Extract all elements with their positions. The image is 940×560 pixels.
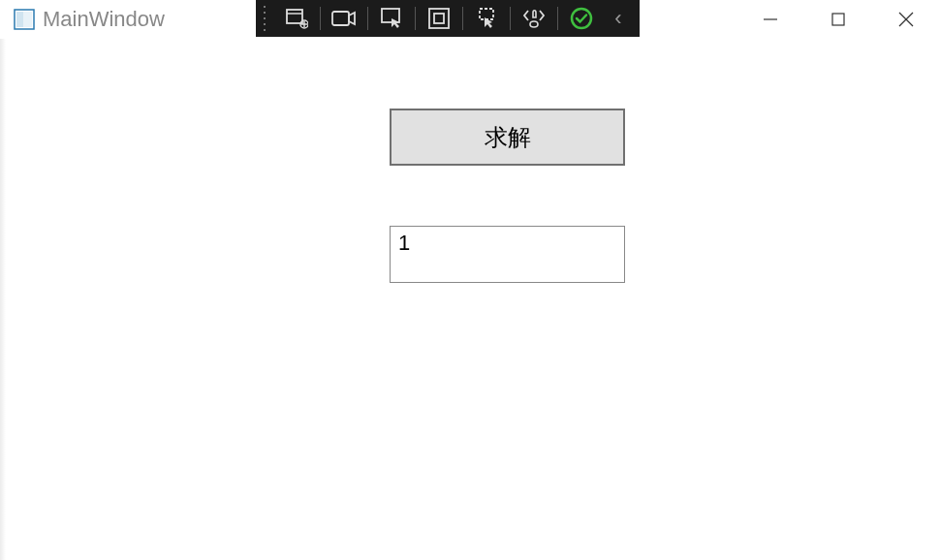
result-output: 1 (390, 226, 625, 283)
track-focus-icon[interactable] (465, 1, 508, 36)
window-title: MainWindow (43, 7, 165, 32)
svg-rect-9 (382, 9, 399, 22)
minimize-button[interactable] (736, 0, 804, 39)
layout-adorners-icon[interactable] (418, 1, 460, 36)
window-controls (736, 0, 940, 39)
debug-toolbar: ‹ (256, 0, 640, 37)
app-icon (14, 9, 35, 30)
hot-reload-status-icon[interactable] (560, 1, 603, 36)
toolbar-separator (557, 7, 558, 30)
toolbar-drag-handle[interactable] (262, 4, 271, 33)
close-button[interactable] (872, 0, 940, 39)
toolbar-separator (462, 7, 463, 30)
svg-rect-12 (480, 9, 493, 19)
hot-reload-icon[interactable] (513, 1, 555, 36)
svg-rect-1 (16, 12, 23, 27)
maximize-button[interactable] (804, 0, 872, 39)
solve-button[interactable]: 求解 (390, 109, 625, 166)
svg-rect-8 (332, 12, 349, 25)
toolbar-separator (510, 7, 511, 30)
svg-rect-11 (434, 14, 444, 23)
live-visual-tree-icon[interactable] (275, 1, 318, 36)
window-left-edge (0, 0, 6, 560)
collapse-toolbar-icon[interactable]: ‹ (603, 1, 634, 36)
client-area: 求解 1 (8, 39, 940, 560)
toolbar-separator (367, 7, 368, 30)
titlebar: MainWindow (0, 0, 940, 39)
svg-rect-10 (429, 9, 449, 28)
toolbar-separator (320, 7, 321, 30)
toolbar-separator (415, 7, 416, 30)
svg-point-13 (572, 9, 591, 28)
svg-rect-3 (287, 10, 302, 23)
svg-rect-2 (23, 12, 32, 27)
chevron-left-icon: ‹ (614, 6, 621, 31)
svg-rect-15 (832, 14, 844, 25)
camera-icon[interactable] (323, 1, 365, 36)
select-element-icon[interactable] (370, 1, 413, 36)
